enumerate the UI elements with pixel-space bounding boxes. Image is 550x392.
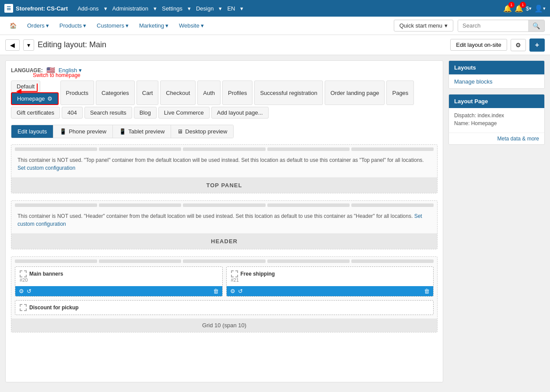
block2-trash-icon[interactable]: 🗑 <box>424 288 430 294</box>
nav-admin-arrow: ▾ <box>154 5 157 12</box>
sidebar-layout-page-header: Layout Page <box>449 94 544 108</box>
tab-homepage[interactable]: Homepage ⚙ <box>11 92 59 105</box>
page-header: ◀ ▾ Editing layout: Main Edit layout on-… <box>0 35 550 55</box>
block1-gear-icon[interactable]: ⚙ <box>19 288 24 294</box>
nav-administration[interactable]: Administration <box>108 5 153 12</box>
sidebar-layouts-header: Layouts <box>449 61 544 74</box>
tab-products[interactable]: Products <box>60 80 94 105</box>
name-row: Name: Homepage <box>454 120 539 126</box>
sub-nav-marketing[interactable]: Marketing ▾ <box>135 17 173 35</box>
blocks-section: Main banners #20 ⚙ ↺ 🗑 Fr <box>11 256 438 332</box>
sidebar-manage-blocks[interactable]: Manage blocks <box>449 74 544 88</box>
view-tab-tablet-preview[interactable]: 📱 Tablet preview <box>113 125 171 138</box>
language-selector[interactable]: English ▾ <box>59 67 82 74</box>
tab-add-layout[interactable]: Add layout page... <box>211 107 269 119</box>
header-dash-row <box>11 201 437 207</box>
sidebar-layouts-section: Layouts Manage blocks <box>448 60 545 89</box>
homepage-gear-icon: ⚙ <box>47 95 53 102</box>
top-panel-set-custom-link[interactable]: Set custom configuration <box>18 165 75 171</box>
notifications-badge[interactable]: 🔔 1 <box>503 4 512 13</box>
content-area: LANGUAGE: 🇺🇸 English ▾ Default Homepage … <box>5 60 443 382</box>
back-button[interactable]: ◀ <box>5 39 20 51</box>
search-input[interactable] <box>458 20 528 31</box>
nav-language[interactable]: EN <box>223 5 239 12</box>
tab-live-commerce[interactable]: Live Commerce <box>158 107 210 119</box>
desktop-icon: 🖥 <box>177 128 183 135</box>
header-container: This container is NOT used. "Header" con… <box>11 200 438 249</box>
block-main-banners: Main banners #20 ⚙ ↺ 🗑 <box>15 266 223 297</box>
tab-profiles[interactable]: Profiles <box>222 80 252 105</box>
brand-icon: ☰ <box>4 4 13 13</box>
brand-label: Storefront: CS-Cart <box>16 5 68 12</box>
page-title: Editing layout: Main <box>38 40 447 49</box>
tab-successful-reg[interactable]: Successful registration <box>254 80 323 105</box>
nav-addons[interactable]: Add-ons <box>73 5 103 12</box>
block3-dashed-icon <box>20 304 27 311</box>
view-tab-desktop-preview[interactable]: 🖥 Desktop preview <box>171 125 233 138</box>
nav-design[interactable]: Design <box>192 5 218 12</box>
top-panel-container: This container is NOT used. "Top panel" … <box>11 144 438 193</box>
block2-refresh-icon[interactable]: ↺ <box>238 288 243 294</box>
currency-selector[interactable]: $ ▾ <box>526 5 532 12</box>
brand: ☰ Storefront: CS-Cart <box>4 4 68 13</box>
tab-search-results[interactable]: Search results <box>84 107 132 119</box>
user-menu[interactable]: 👤 ▾ <box>534 4 546 13</box>
header-label: HEADER <box>11 234 437 249</box>
meta-data-link[interactable]: Meta data & more <box>449 133 544 144</box>
tab-checkout[interactable]: Checkout <box>160 80 196 105</box>
sub-nav-customers[interactable]: Customers ▾ <box>92 17 133 35</box>
tab-default[interactable]: Default <box>11 80 40 92</box>
dispatch-row: Dispatch: index.index <box>454 112 539 119</box>
sidebar: Layouts Manage blocks Layout Page Dispat… <box>448 60 545 382</box>
block1-dashed-icon <box>20 270 27 277</box>
nav-addons-arrow: ▾ <box>104 5 107 12</box>
top-panel-notice: This container is NOT used. "Top panel" … <box>11 151 437 178</box>
blocks-dash-row <box>11 257 437 263</box>
block2-id: #21 <box>231 277 429 283</box>
block-free-shipping: Free shipping #21 ⚙ ↺ 🗑 <box>226 266 434 297</box>
sub-nav-home[interactable]: 🏠 <box>5 17 21 35</box>
block-discount-pickup: Discount for pickup <box>15 300 434 315</box>
add-button[interactable]: + <box>529 38 545 52</box>
quick-start-button[interactable]: Quick start menu ▾ <box>394 20 453 32</box>
sub-nav-website[interactable]: Website ▾ <box>175 17 208 35</box>
block1-trash-icon[interactable]: 🗑 <box>213 288 219 294</box>
top-panel-dash-row <box>11 145 437 151</box>
nav-dropdown-button[interactable]: ▾ <box>23 39 34 51</box>
nav-lang-arrow: ▾ <box>240 5 243 12</box>
language-row: LANGUAGE: 🇺🇸 English ▾ <box>11 66 438 74</box>
nav-settings[interactable]: Settings <box>158 5 187 12</box>
view-tab-phone-preview[interactable]: 📱 Phone preview <box>53 125 113 138</box>
tab-categories[interactable]: Categories <box>96 80 135 105</box>
tab-annotation-wrapper: Default Homepage ⚙ Switch to homepage <box>11 80 59 105</box>
gear-button[interactable]: ⚙ <box>511 39 526 51</box>
sub-nav-orders[interactable]: Orders ▾ <box>23 17 53 35</box>
alerts-badge[interactable]: 🔔 1 <box>515 4 523 13</box>
top-nav-right: 🔔 1 🔔 1 $ ▾ 👤 ▾ <box>503 4 546 13</box>
header-notice: This container is NOT used. "Header" con… <box>11 207 437 234</box>
nav-settings-arrow: ▾ <box>188 5 191 12</box>
layout-tabs: Default Homepage ⚙ Switch to homepage <box>11 80 438 119</box>
main-container: LANGUAGE: 🇺🇸 English ▾ Default Homepage … <box>0 55 550 388</box>
tab-404[interactable]: 404 <box>62 107 83 119</box>
tab-order-landing[interactable]: Order landing page <box>325 80 385 105</box>
tab-pages[interactable]: Pages <box>386 80 414 105</box>
sub-nav-products[interactable]: Products ▾ <box>55 17 91 35</box>
block1-refresh-icon[interactable]: ↺ <box>27 288 32 294</box>
nav-design-arrow: ▾ <box>219 5 222 12</box>
sidebar-layout-info: Dispatch: index.index Name: Homepage <box>449 108 544 133</box>
block2-gear-icon[interactable]: ⚙ <box>230 288 235 294</box>
sub-navigation: 🏠 Orders ▾ Products ▾ Customers ▾ Market… <box>0 17 550 35</box>
tab-cart[interactable]: Cart <box>137 80 159 105</box>
tab-blog[interactable]: Blog <box>134 107 157 119</box>
block1-footer: ⚙ ↺ 🗑 <box>15 286 222 296</box>
view-tab-edit-layouts[interactable]: Edit layouts <box>11 125 53 138</box>
search-button[interactable]: 🔍 <box>528 20 544 32</box>
flag-icon: 🇺🇸 <box>46 66 55 74</box>
tab-gift-certificates[interactable]: Gift certificates <box>11 107 60 119</box>
top-nav-links: Add-ons ▾ Administration ▾ Settings ▾ De… <box>73 5 498 12</box>
edit-layout-on-site-button[interactable]: Edit layout on-site <box>450 39 507 51</box>
block2-dashed-icon <box>231 270 238 277</box>
top-navigation: ☰ Storefront: CS-Cart Add-ons ▾ Administ… <box>0 0 550 17</box>
tab-auth[interactable]: Auth <box>197 80 221 105</box>
